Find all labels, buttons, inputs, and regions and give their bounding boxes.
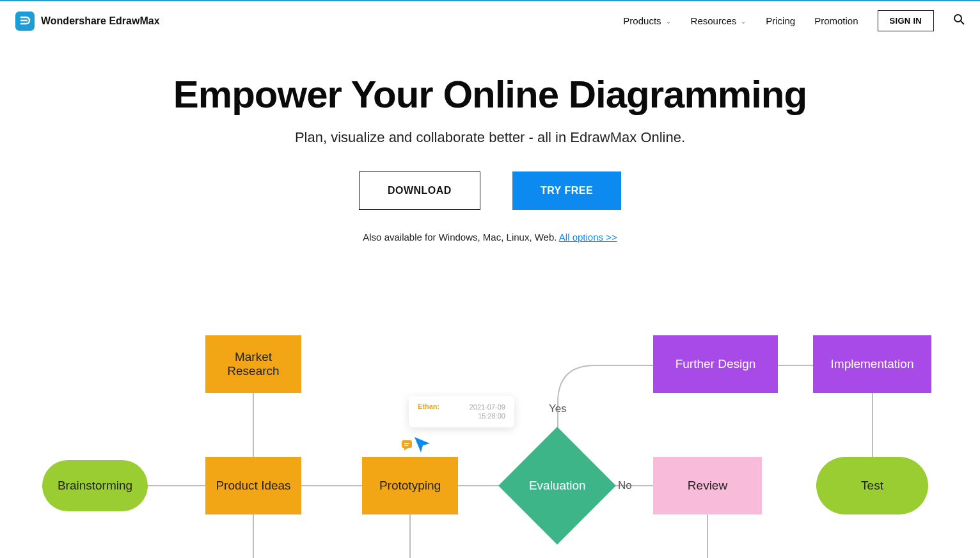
node-test: Test (816, 457, 928, 514)
signin-button[interactable]: SIGN IN (878, 10, 935, 31)
try-free-button[interactable]: TRY FREE (512, 171, 621, 210)
download-button[interactable]: DOWNLOAD (359, 171, 480, 210)
comment-card: Ethan: 2021-07-0915:28:00 (409, 396, 514, 427)
search-icon[interactable] (953, 13, 965, 28)
edge-label-no: No (618, 479, 632, 492)
chevron-down-icon: ⌄ (665, 17, 672, 26)
node-brainstorming: Brainstorming (42, 460, 148, 511)
cursor-pointer-icon (412, 434, 432, 458)
nav-products[interactable]: Products ⌄ (623, 15, 671, 26)
diagram-connectors (29, 300, 951, 558)
edge-label-yes: Yes (549, 403, 567, 415)
node-market-research: Market Research (205, 335, 301, 393)
node-review: Review (653, 457, 762, 514)
node-implementation: Implementation (813, 335, 931, 393)
nav-promotion[interactable]: Promotion (814, 15, 858, 26)
nav-pricing[interactable]: Pricing (766, 15, 795, 26)
brand[interactable]: Wondershare EdrawMax (15, 12, 160, 31)
node-prototyping: Prototyping (362, 457, 458, 514)
nav-resources[interactable]: Resources ⌄ (691, 15, 747, 26)
brand-name: Wondershare EdrawMax (41, 15, 160, 27)
node-further-design: Further Design (653, 335, 778, 393)
hero-diagram: Brainstorming Market Research Product Id… (29, 300, 951, 558)
availability-text: Also available for Windows, Mac, Linux, … (13, 232, 967, 243)
svg-line-1 (961, 21, 964, 24)
svg-rect-13 (402, 440, 412, 448)
node-product-ideas: Product Ideas (205, 457, 301, 514)
hero-subtitle: Plan, visualize and collaborate better -… (13, 129, 967, 146)
node-evaluation: Evaluation (498, 427, 616, 545)
brand-logo-icon (15, 12, 35, 31)
svg-point-0 (954, 15, 961, 22)
hero-section: Empower Your Online Diagramming Plan, vi… (0, 40, 980, 255)
top-bar: Wondershare EdrawMax Products ⌄ Resource… (0, 0, 980, 40)
comment-meta: 2021-07-0915:28:00 (470, 403, 505, 421)
hero-title: Empower Your Online Diagramming (13, 72, 967, 116)
all-options-link[interactable]: All options >> (559, 232, 617, 243)
comment-author: Ethan: (418, 403, 439, 410)
main-nav: Products ⌄ Resources ⌄ Pricing Promotion… (623, 10, 965, 31)
chevron-down-icon: ⌄ (740, 17, 747, 26)
cta-row: DOWNLOAD TRY FREE (13, 171, 967, 210)
